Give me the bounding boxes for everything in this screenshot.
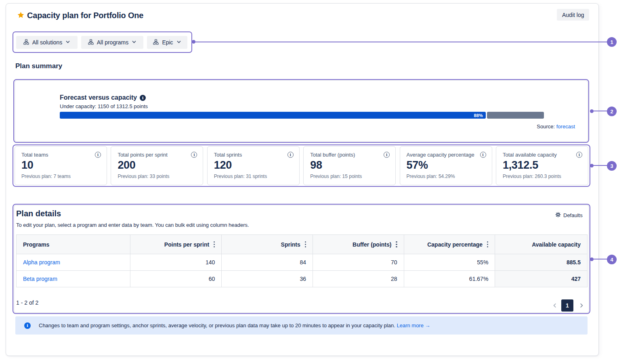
stat-card-total-buffer: Total buffer (points) 98 Previous plan: … [303,146,396,185]
info-icon[interactable] [576,152,582,158]
info-banner-message: Changes to team and program settings, an… [39,322,395,328]
column-header-programs: Programs [17,235,130,254]
filter-all-solutions[interactable]: All solutions [16,36,78,49]
source-forecast-link[interactable]: forecast [556,123,575,130]
kebab-menu-icon[interactable] [305,241,306,247]
info-icon[interactable] [384,152,390,158]
info-icon[interactable] [140,95,146,101]
annotation-marker-4: 4 [607,255,617,264]
stat-value: 200 [118,159,197,172]
stat-card-total-sprints: Total sprints 120 Previous plan: 31 spri… [207,146,300,185]
annotation-marker-3: 3 [607,161,617,171]
stat-label: Total buffer (points) [310,152,355,158]
capacity-plan-page: Capacity plan for Portfolio One Audit lo… [0,0,617,364]
stat-value: 1,312.5 [503,159,582,172]
stat-label: Total sprints [214,152,242,158]
stat-value: 10 [21,159,101,172]
hierarchy-icon [23,39,29,46]
info-icon[interactable] [288,152,294,158]
info-icon [24,322,31,329]
info-icon[interactable] [191,152,197,158]
column-header-sprints[interactable]: Sprints [221,235,313,254]
plan-details-heading: Plan details [16,209,61,218]
stat-value: 57% [407,159,486,172]
annotation-line-2 [592,111,607,111]
stat-previous: Previous plan: 15 points [310,174,390,179]
chevron-down-icon [176,39,181,46]
capacity-percentage-cell[interactable]: 55% [404,254,495,270]
chevron-down-icon [65,39,70,46]
info-banner-text: Changes to team and program settings, an… [39,322,430,328]
stat-value: 98 [310,159,390,172]
learn-more-link[interactable]: Learn more → [397,322,430,328]
table-header-row: Programs Points per sprint Sprints Buffe… [17,235,587,254]
pagination-range: 1 - 2 of 2 [16,299,38,306]
stat-previous: Previous plan: 260.3 points [503,174,582,179]
kebab-menu-icon[interactable] [396,241,397,247]
column-header-buffer[interactable]: Buffer (points) [313,235,404,254]
sprints-cell[interactable]: 84 [221,254,313,270]
program-cell: Alpha program [17,254,130,270]
column-header-points-per-sprint[interactable]: Points per sprint [130,235,222,254]
stat-card-average-capacity-percentage: Average capacity percentage 57% Previous… [400,146,492,185]
hierarchy-icon [88,39,94,46]
audit-log-button[interactable]: Audit log [557,9,589,21]
chevron-down-icon [132,39,136,46]
stat-previous: Previous plan: 7 teams [21,174,101,179]
progress-percent-label: 88% [474,113,486,118]
program-link[interactable]: Beta program [23,276,57,282]
hierarchy-icon [153,39,159,46]
kebab-menu-icon[interactable] [214,241,215,247]
table-row: Beta program 60 36 28 61.67% 427 [17,270,587,287]
defaults-button[interactable]: Defaults [555,212,583,219]
plan-summary-heading: Plan summary [15,62,62,70]
stat-card-total-teams: Total teams 10 Previous plan: 7 teams [15,146,107,185]
pagination-prev-button[interactable] [549,300,560,311]
source-label: Source: [537,123,555,130]
available-capacity-cell: 885.5 [495,254,587,270]
info-icon[interactable] [95,152,101,158]
available-capacity-cell: 427 [495,271,587,287]
table-row: Alpha program 140 84 70 55% 885.5 [17,254,587,270]
stat-cards-row: Total teams 10 Previous plan: 7 teams To… [15,146,588,185]
annotation-marker-1: 1 [607,37,617,47]
buffer-cell[interactable]: 70 [313,254,404,270]
pagination-next-button[interactable] [576,300,587,311]
filter-label: All programs [97,39,129,46]
forecast-source: Source: forecast [60,123,575,130]
sprints-cell[interactable]: 36 [221,271,313,287]
points-per-sprint-cell[interactable]: 60 [130,271,222,287]
progress-remainder [487,112,544,119]
filter-all-programs[interactable]: All programs [81,36,143,49]
defaults-label: Defaults [563,212,583,218]
annotation-line-1 [194,42,607,42]
kebab-menu-icon[interactable] [487,241,488,247]
program-link[interactable]: Alpha program [23,259,60,266]
annotation-line-3 [592,165,607,166]
stat-value: 120 [214,159,294,172]
annotation-marker-2: 2 [607,107,617,116]
stat-label: Total available capacity [503,152,557,158]
filter-epic[interactable]: Epic [147,36,187,49]
capacity-percentage-cell[interactable]: 61.67% [404,271,495,287]
info-banner: Changes to team and program settings, an… [15,316,588,335]
stat-previous: Previous plan: 33 points [118,174,197,179]
forecast-status-text: Under capacity: 1150 of 1312.5 points [60,103,148,109]
annotation-line-4 [592,259,607,259]
stat-label: Average capacity percentage [407,152,474,158]
column-header-capacity-percentage[interactable]: Capacity percentage [404,235,495,254]
plan-details-subtitle: To edit your plan, select a program and … [16,222,249,228]
star-icon[interactable] [17,11,25,21]
forecast-title: Forecast versus capacity [60,94,146,101]
forecast-progress-bar: 88% [60,112,544,119]
buffer-cell[interactable]: 28 [313,271,404,287]
stat-label: Total points per sprint [118,152,168,158]
stat-card-total-available-capacity: Total available capacity 1,312.5 Previou… [496,146,588,185]
points-per-sprint-cell[interactable]: 140 [130,254,222,270]
stat-previous: Previous plan: 31 sprints [214,174,294,179]
pagination-page-1-button[interactable]: 1 [561,299,573,312]
stat-previous: Previous plan: 54.29% [407,174,486,179]
plan-details-table: Programs Points per sprint Sprints Buffe… [16,234,588,287]
info-icon[interactable] [480,152,486,158]
stat-card-total-points-per-sprint: Total points per sprint 200 Previous pla… [111,146,203,185]
